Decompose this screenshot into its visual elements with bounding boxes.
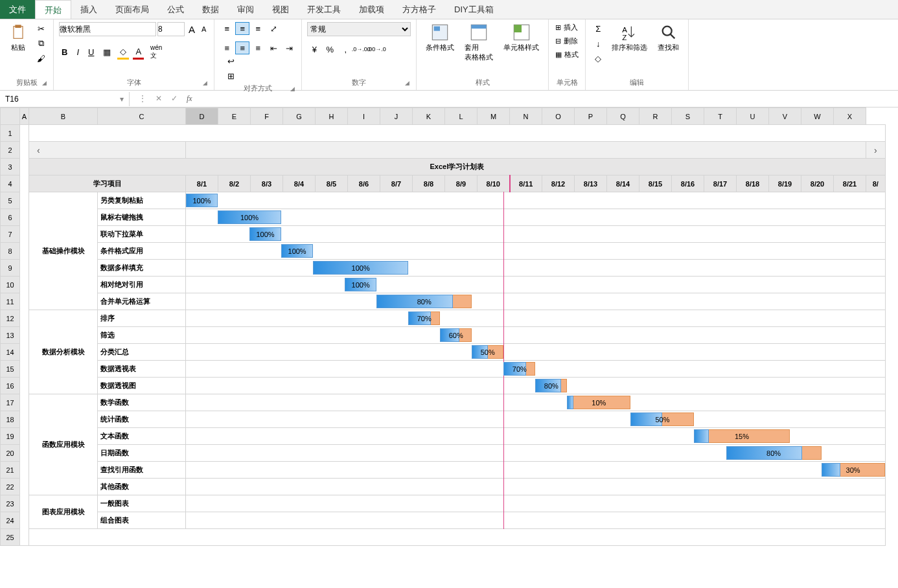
col-header-P[interactable]: P bbox=[575, 108, 607, 125]
nav-right-icon[interactable]: › bbox=[866, 145, 885, 155]
underline-button[interactable]: U bbox=[86, 46, 97, 58]
col-header-M[interactable]: M bbox=[478, 108, 510, 125]
decrease-decimal-icon[interactable]: .00→.0 bbox=[369, 43, 384, 56]
bold-button[interactable]: B bbox=[59, 46, 70, 58]
col-header-G[interactable]: G bbox=[283, 108, 316, 125]
col-header-X[interactable]: X bbox=[834, 108, 866, 125]
sort-filter-button[interactable]: AZ排序和筛选 bbox=[608, 22, 651, 54]
col-header-U[interactable]: U bbox=[737, 108, 769, 125]
font-color-icon[interactable]: A bbox=[133, 45, 144, 60]
table-format-button[interactable]: 套用 表格格式 bbox=[461, 22, 497, 63]
increase-indent-icon[interactable]: ⇥ bbox=[282, 41, 296, 54]
row-header-3[interactable]: 3 bbox=[1, 159, 20, 175]
col-header-E[interactable]: E bbox=[218, 108, 251, 125]
row-header-9[interactable]: 9 bbox=[1, 260, 20, 277]
col-header-D[interactable]: D bbox=[186, 108, 218, 125]
comma-icon[interactable]: , bbox=[338, 43, 352, 56]
row-header-4[interactable]: 4 bbox=[1, 175, 20, 192]
tab-开始[interactable]: 开始 bbox=[35, 0, 71, 19]
row-header-16[interactable]: 16 bbox=[1, 378, 20, 394]
col-header-C[interactable]: C bbox=[98, 108, 186, 125]
nav-left-icon[interactable]: ‹ bbox=[29, 145, 48, 155]
row-header-15[interactable]: 15 bbox=[1, 361, 20, 378]
italic-button[interactable]: I bbox=[74, 46, 82, 58]
dialog-launcher-icon[interactable]: ◢ bbox=[405, 80, 409, 86]
tab-审阅[interactable]: 审阅 bbox=[228, 0, 263, 19]
row-header-23[interactable]: 23 bbox=[1, 495, 20, 512]
currency-icon[interactable]: ¥ bbox=[307, 43, 321, 56]
cut-icon[interactable]: ✂ bbox=[34, 22, 48, 35]
col-header-B[interactable]: B bbox=[29, 108, 98, 125]
align-top-icon[interactable]: ≡ bbox=[220, 22, 234, 35]
formula-input[interactable] bbox=[201, 92, 898, 106]
fx-icon[interactable]: fx bbox=[187, 94, 192, 104]
row-header-1[interactable]: 1 bbox=[1, 125, 20, 142]
col-header-H[interactable]: H bbox=[316, 108, 348, 125]
col-header-T[interactable]: T bbox=[704, 108, 737, 125]
increase-decimal-icon[interactable]: .0→.00 bbox=[354, 43, 368, 56]
dialog-launcher-icon[interactable]: ◢ bbox=[290, 85, 295, 92]
col-header-F[interactable]: F bbox=[251, 108, 283, 125]
percent-icon[interactable]: % bbox=[323, 43, 337, 56]
row-header-7[interactable]: 7 bbox=[1, 226, 20, 243]
col-header-O[interactable]: O bbox=[542, 108, 575, 125]
delete-cells-button[interactable]: ⊟删除 bbox=[554, 36, 580, 47]
border-icon[interactable]: ▦ bbox=[100, 46, 113, 58]
row-header-13[interactable]: 13 bbox=[1, 327, 20, 344]
align-center-icon[interactable]: ≡ bbox=[235, 41, 249, 54]
align-middle-icon[interactable]: ≡ bbox=[235, 22, 249, 35]
select-all-corner[interactable] bbox=[1, 108, 20, 125]
tab-数据[interactable]: 数据 bbox=[193, 0, 228, 19]
row-header-11[interactable]: 11 bbox=[1, 293, 20, 310]
row-header-2[interactable]: 2 bbox=[1, 142, 20, 159]
col-header-Q[interactable]: Q bbox=[607, 108, 639, 125]
row-header-10[interactable]: 10 bbox=[1, 277, 20, 293]
fill-icon[interactable]: ↓ bbox=[591, 37, 605, 50]
conditional-format-button[interactable]: 条件格式 bbox=[422, 22, 458, 54]
find-button[interactable]: 查找和 bbox=[654, 22, 683, 54]
row-header-5[interactable]: 5 bbox=[1, 192, 20, 209]
autosum-icon[interactable]: Σ bbox=[591, 22, 605, 35]
row-header-24[interactable]: 24 bbox=[1, 512, 20, 529]
decrease-indent-icon[interactable]: ⇤ bbox=[266, 41, 281, 54]
col-header-K[interactable]: K bbox=[413, 108, 445, 125]
orientation-icon[interactable]: ⤢ bbox=[266, 22, 281, 35]
tab-DIY工具箱[interactable]: DIY工具箱 bbox=[445, 0, 503, 19]
row-header-25[interactable]: 25 bbox=[1, 529, 20, 546]
tab-视图[interactable]: 视图 bbox=[263, 0, 298, 19]
col-header-A[interactable]: A bbox=[20, 108, 29, 125]
tab-插入[interactable]: 插入 bbox=[71, 0, 106, 19]
tab-加载项[interactable]: 加载项 bbox=[350, 0, 393, 19]
paste-button[interactable]: 粘贴 bbox=[5, 22, 31, 54]
number-format-select[interactable]: 常规 bbox=[307, 22, 411, 36]
merge-cells-icon[interactable]: ⊞ bbox=[224, 69, 238, 82]
spreadsheet-grid[interactable]: ABCDEFGHIJKLMNOPQRSTUVWX 12‹›3Excel学习计划表… bbox=[0, 107, 886, 546]
fb-dots-icon[interactable]: ⋮ bbox=[139, 94, 146, 104]
tab-方方格子[interactable]: 方方格子 bbox=[393, 0, 445, 19]
col-header-V[interactable]: V bbox=[769, 108, 801, 125]
phonetic-icon[interactable]: wén文 bbox=[148, 43, 165, 62]
dialog-launcher-icon[interactable]: ◢ bbox=[42, 80, 47, 86]
row-header-8[interactable]: 8 bbox=[1, 243, 20, 260]
align-bottom-icon[interactable]: ≡ bbox=[251, 22, 265, 35]
format-cells-button[interactable]: ▦格式 bbox=[554, 49, 580, 60]
insert-cells-button[interactable]: ⊞插入 bbox=[554, 22, 580, 33]
row-header-12[interactable]: 12 bbox=[1, 310, 20, 327]
row-header-14[interactable]: 14 bbox=[1, 344, 20, 361]
col-header-N[interactable]: N bbox=[510, 108, 542, 125]
row-header-20[interactable]: 20 bbox=[1, 445, 20, 462]
name-box-input[interactable] bbox=[1, 92, 116, 106]
tab-页面布局[interactable]: 页面布局 bbox=[106, 0, 158, 19]
col-header-J[interactable]: J bbox=[380, 108, 413, 125]
dialog-launcher-icon[interactable]: ◢ bbox=[203, 80, 207, 86]
copy-icon[interactable]: ⧉ bbox=[34, 37, 48, 50]
cell-styles-button[interactable]: 单元格样式 bbox=[500, 22, 543, 54]
tab-文件[interactable]: 文件 bbox=[0, 0, 35, 19]
row-header-18[interactable]: 18 bbox=[1, 411, 20, 428]
row-header-6[interactable]: 6 bbox=[1, 209, 20, 226]
clear-icon[interactable]: ◇ bbox=[591, 52, 605, 65]
wrap-text-icon[interactable]: ↩ bbox=[224, 54, 238, 67]
name-box-dropdown-icon[interactable]: ▾ bbox=[116, 95, 128, 104]
fill-color-icon[interactable]: ◇ bbox=[117, 45, 129, 60]
decrease-font-icon[interactable]: A bbox=[199, 24, 209, 34]
